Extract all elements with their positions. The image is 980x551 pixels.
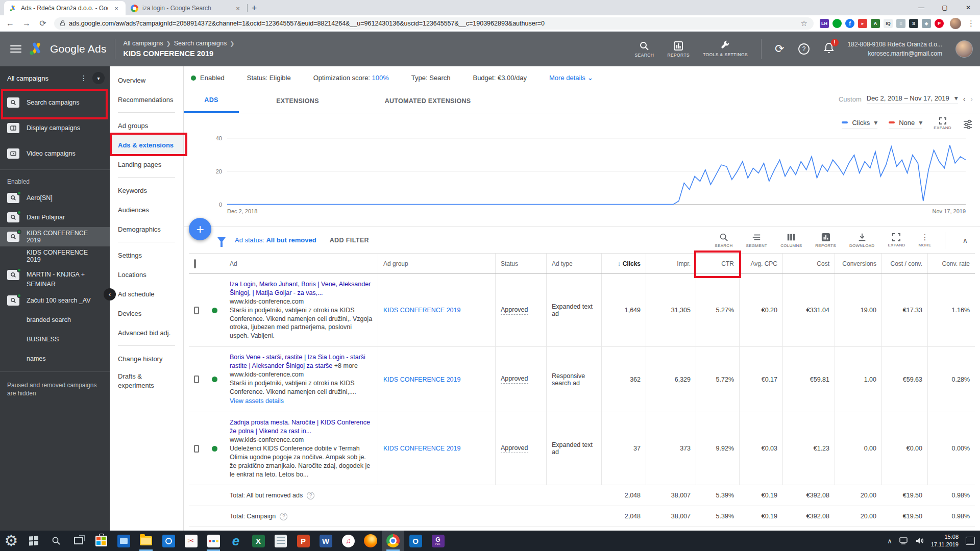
table-expand-button[interactable]: EXPAND [888, 233, 905, 247]
taskbar-excel-icon[interactable]: X [247, 531, 270, 551]
browser-menu-icon[interactable]: ⋮ [967, 19, 975, 28]
nav-item-settings[interactable]: Settings [110, 245, 183, 265]
sidebar-item-video-campaigns[interactable]: Video campaigns [0, 141, 110, 166]
pagination[interactable]: 1 - 3 of 3 [189, 527, 975, 531]
sidebar-campaign-martin-knjiga[interactable]: MARTIN - KNJIGA + SEMINAR [0, 266, 110, 291]
ad-status[interactable]: Approved [501, 306, 528, 315]
col-conv-rate[interactable]: Conv. rate [927, 254, 975, 273]
sidebar-more-icon[interactable]: ⋮ [75, 74, 92, 82]
taskbar-snipping-tool-icon[interactable]: ✂ [180, 531, 202, 551]
bookmark-star-icon[interactable]: ☆ [801, 19, 807, 28]
nav-item-ad-groups[interactable]: Ad groups [110, 116, 183, 135]
sidebar-campaign-kids-conference-selected[interactable]: KIDS CONFERENCE 2019 [0, 227, 110, 246]
col-ad-type[interactable]: Ad type [546, 254, 601, 273]
nav-item-keywords[interactable]: Keywords [110, 181, 183, 200]
breadcrumb-current-campaign[interactable]: KIDS CONFERENCE 2019 [124, 48, 235, 59]
taskbar-clock[interactable]: 15:08 17.11.2019 [931, 533, 959, 548]
tab-ads[interactable]: ADS [184, 89, 239, 113]
info-icon[interactable]: ? [307, 492, 314, 499]
nav-item-recommendations[interactable]: Recommendations [110, 90, 183, 109]
back-icon[interactable]: ← [5, 19, 15, 28]
table-reports-button[interactable]: REPORTS [815, 233, 836, 248]
date-next-icon[interactable]: › [970, 95, 973, 103]
sidebar-item-search-campaigns[interactable]: Search campaigns [0, 90, 110, 115]
taskbar-itunes-icon[interactable]: ♫ [337, 531, 359, 551]
table-columns-button[interactable]: COLUMNS [780, 233, 802, 248]
col-ad[interactable]: Ad [225, 258, 378, 269]
ad-group-link[interactable]: KIDS CONFERENCE 2019 [383, 445, 460, 452]
col-clicks-sorted[interactable]: ↓Clicks [601, 254, 646, 273]
sidebar-campaign-names[interactable]: names [0, 349, 110, 368]
account-info[interactable]: 182-808-9108 Rdeča Oranža d.o... korosec… [848, 40, 942, 58]
extension-icon[interactable]: P [935, 19, 944, 28]
extension-icon[interactable]: f [845, 19, 854, 28]
ad-group-link[interactable]: KIDS CONFERENCE 2019 [383, 307, 460, 314]
extension-icon[interactable]: IQ [884, 19, 893, 28]
nav-item-change-history[interactable]: Change history [110, 349, 183, 368]
sidebar-campaign-branded-search[interactable]: branded search [0, 310, 110, 330]
taskbar-photos-icon[interactable] [157, 531, 180, 551]
extension-icon[interactable]: LH [820, 19, 829, 28]
nav-item-ads-extensions[interactable]: Ads & extensions [110, 135, 183, 155]
view-assets-details-link[interactable]: View assets details [230, 396, 373, 406]
date-range-picker[interactable]: Custom Dec 2, 2018 – Nov 17, 2019 ▾ ‹ › [839, 94, 973, 104]
ad-title-link[interactable]: Boris Vene - starši, rastite | Iza Sia L… [230, 353, 373, 370]
new-tab-button[interactable]: + [248, 2, 261, 15]
extension-icon[interactable]: ◆ [922, 19, 931, 28]
taskbar-word-icon[interactable]: W [314, 531, 337, 551]
ad-title-link[interactable]: Iza Login, Marko Juhant, Boris | Vene, A… [230, 280, 373, 297]
volume-icon[interactable] [916, 537, 924, 544]
taskbar-remote-app-icon[interactable] [112, 531, 135, 551]
sidebar-campaign-kids-conference-2[interactable]: KIDS CONFERENCE 2019 [0, 246, 110, 266]
taskbar-edge-icon[interactable]: e [225, 531, 247, 551]
window-minimize-button[interactable]: — [910, 0, 933, 15]
taskbar-calculator-icon[interactable] [270, 531, 292, 551]
taskbar-firefox-icon[interactable] [359, 531, 382, 551]
tab-close-icon[interactable]: × [112, 4, 120, 12]
nav-item-advanced-bid-adj[interactable]: Advanced bid adj. [110, 323, 183, 342]
ad-status-filter[interactable]: Ad status: All but removed [235, 236, 316, 244]
action-center-icon[interactable] [966, 537, 975, 545]
hamburger-menu-icon[interactable] [10, 43, 21, 55]
url-bar[interactable]: ads.google.com/aw/ads?campaignId=2058914… [54, 17, 814, 30]
sidebar-collapse-button[interactable]: ▾ [92, 72, 105, 84]
col-cost[interactable]: Cost [782, 254, 835, 273]
help-icon[interactable]: ? [798, 43, 810, 55]
refresh-icon[interactable]: ⟳ [775, 42, 784, 56]
breadcrumb-all-campaigns[interactable]: All campaigns [124, 39, 163, 48]
header-reports-button[interactable]: REPORTS [667, 41, 690, 58]
metric-2-dropdown[interactable]: None ▾ [889, 118, 922, 129]
subnav-collapse-icon[interactable]: ‹ [104, 288, 116, 300]
google-ads-logo[interactable]: Google Ads [28, 41, 107, 57]
extension-icon[interactable] [832, 19, 842, 28]
add-ad-fab-button[interactable]: + [189, 218, 211, 240]
notifications-button[interactable]: ! [823, 42, 835, 56]
nav-item-overview[interactable]: Overview [110, 70, 183, 90]
tab-extensions[interactable]: EXTENSIONS [239, 89, 356, 113]
nav-item-landing-pages[interactable]: Landing pages [110, 155, 183, 174]
col-impressions[interactable]: Impr. [646, 254, 696, 273]
col-status[interactable]: Status [495, 254, 546, 273]
chart-adjust-icon[interactable] [963, 119, 973, 129]
window-maximize-button[interactable]: ▢ [933, 0, 957, 15]
date-prev-icon[interactable]: ‹ [963, 95, 966, 103]
select-all-checkbox[interactable] [194, 259, 196, 268]
enabled-status[interactable]: Enabled [191, 74, 225, 82]
nav-item-drafts-experiments[interactable]: Drafts & experiments [110, 368, 183, 394]
network-icon[interactable] [899, 537, 909, 544]
ad-group-link[interactable]: KIDS CONFERENCE 2019 [383, 376, 460, 383]
task-view-icon[interactable] [67, 531, 90, 551]
browser-profile-avatar[interactable] [950, 18, 961, 29]
header-tools-button[interactable]: TOOLS & SETTINGS [703, 40, 748, 58]
ad-status[interactable]: Approved [501, 444, 528, 453]
col-ctr[interactable]: CTR [696, 254, 739, 273]
extension-icon[interactable]: ≡ [896, 19, 905, 28]
taskbar-store-icon[interactable] [90, 531, 112, 551]
browser-tab-search[interactable]: iza login - Google Search × [126, 1, 247, 15]
hidden-icons-chevron[interactable]: ∧ [887, 537, 892, 545]
info-icon[interactable]: ? [280, 513, 287, 520]
sidebar-campaign-dani-polajnar[interactable]: Dani Polajnar [0, 208, 110, 227]
extension-icon[interactable]: A [871, 19, 880, 28]
sidebar-campaign-business[interactable]: BUSINESS [0, 330, 110, 349]
col-conversions[interactable]: Conversions [835, 254, 881, 273]
